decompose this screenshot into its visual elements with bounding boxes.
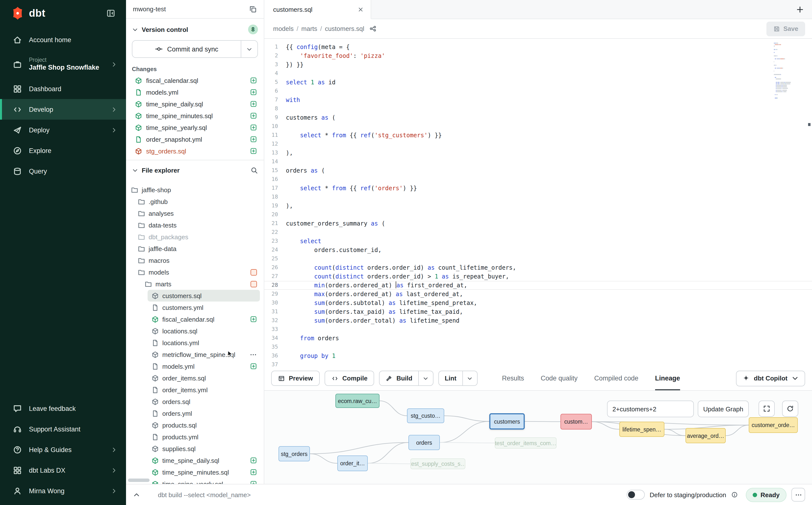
view-tab-results[interactable]: Results bbox=[502, 366, 524, 390]
tree-item-marts[interactable]: marts bbox=[126, 278, 264, 290]
tree-item-customers-sql[interactable]: customers.sql bbox=[126, 290, 264, 302]
lineage-node-customer-orde[interactable]: customer_orde… bbox=[749, 417, 798, 433]
stage-file-icon[interactable] bbox=[250, 124, 257, 131]
lineage-node-orders[interactable]: orders bbox=[409, 435, 440, 450]
tree-item-orders-yml[interactable]: orders.yml bbox=[126, 407, 264, 419]
tree-item-metricflow-time-spine-sql[interactable]: metricflow_time_spine.sql bbox=[126, 349, 264, 360]
code-line-1[interactable]: 1{{ config(meta = { bbox=[264, 43, 812, 51]
build-button[interactable]: Build bbox=[380, 371, 418, 385]
breadcrumb-item-customers-sql[interactable]: customers.sql bbox=[325, 25, 364, 32]
sidebar-item-support-assistant[interactable]: Support Assistant bbox=[0, 419, 126, 439]
fullscreen-button[interactable] bbox=[759, 400, 775, 417]
breadcrumb-item-marts[interactable]: marts bbox=[301, 25, 317, 32]
tree-item-products-yml[interactable]: products.yml bbox=[126, 431, 264, 443]
tree-item-time-spine-minutes-sql[interactable]: time_spine_minutes.sql bbox=[126, 466, 264, 478]
code-line-16[interactable]: 16 bbox=[264, 175, 812, 184]
tree-item-order-items-yml[interactable]: order_items.yml bbox=[126, 384, 264, 396]
stage-file-icon[interactable] bbox=[250, 481, 257, 484]
breadcrumb-item-models[interactable]: models bbox=[273, 25, 294, 32]
expand-command-bar-button[interactable] bbox=[133, 491, 140, 498]
code-line-21[interactable]: 21customer_orders_summary as ( bbox=[264, 219, 812, 228]
tree-item-products-sql[interactable]: products.sql bbox=[126, 419, 264, 431]
stage-file-icon[interactable] bbox=[250, 89, 257, 96]
stage-file-icon[interactable] bbox=[250, 101, 257, 107]
change-item-time-spine-minutes-sql[interactable]: time_spine_minutes.sql bbox=[132, 110, 258, 122]
sidebar-item-account-home[interactable]: Account home bbox=[0, 29, 126, 50]
info-icon[interactable] bbox=[731, 491, 738, 498]
code-line-25[interactable]: 25 bbox=[264, 255, 812, 263]
code-line-17[interactable]: 17 select * from {{ ref('orders') }} bbox=[264, 184, 812, 193]
sidebar-item-develop[interactable]: Develop bbox=[0, 99, 126, 120]
stage-file-icon[interactable] bbox=[250, 457, 257, 464]
code-line-37[interactable]: 37 bbox=[264, 360, 812, 366]
stage-file-icon[interactable] bbox=[250, 112, 257, 119]
copy-branch-icon[interactable] bbox=[249, 5, 257, 13]
tree-item-github[interactable]: .github bbox=[126, 196, 264, 207]
code-line-33[interactable]: 33 bbox=[264, 325, 812, 334]
tree-item-dbt-packages[interactable]: dbt_packages bbox=[126, 231, 264, 243]
code-line-2[interactable]: 2 'favorite_food': 'pizza' bbox=[264, 51, 812, 60]
lint-options-button[interactable] bbox=[462, 371, 477, 385]
code-line-11[interactable]: 11 select * from {{ ref('stg_customers')… bbox=[264, 131, 812, 140]
view-tab-code-quality[interactable]: Code quality bbox=[541, 366, 578, 390]
sidebar-item-deploy[interactable]: Deploy bbox=[0, 120, 126, 140]
sidebar-item-project[interactable]: ProjectJaffle Shop Snowflake bbox=[0, 50, 126, 78]
preview-button[interactable]: Preview bbox=[271, 371, 320, 386]
sidebar-collapse-icon[interactable] bbox=[107, 9, 115, 18]
new-tab-button[interactable] bbox=[796, 5, 804, 13]
code-line-3[interactable]: 3}) }} bbox=[264, 60, 812, 69]
code-line-6[interactable]: 6 bbox=[264, 87, 812, 96]
lint-button[interactable]: Lint bbox=[439, 371, 462, 385]
tree-item-locations-sql[interactable]: locations.sql bbox=[126, 325, 264, 337]
code-line-18[interactable]: 18 bbox=[264, 193, 812, 201]
code-line-20[interactable]: 20 bbox=[264, 210, 812, 219]
code-line-30[interactable]: 30 sum(orders.subtotal) as lifetime_spen… bbox=[264, 299, 812, 307]
code-line-36[interactable]: 36 group by 1 bbox=[264, 352, 812, 360]
lineage-icon[interactable] bbox=[369, 25, 376, 32]
code-line-35[interactable]: 35 bbox=[264, 343, 812, 352]
lineage-node-ecom-raw-cu[interactable]: ecom.raw_cu… bbox=[335, 394, 379, 408]
lineage-node-test-order-items-com[interactable]: test_order_items_com… bbox=[495, 437, 556, 449]
code-lines[interactable]: 1{{ config(meta = {2 'favorite_food': 'p… bbox=[264, 39, 812, 366]
close-tab-icon[interactable] bbox=[357, 6, 364, 12]
lineage-node-test-supply-costs-s[interactable]: test_supply_costs_s… bbox=[411, 459, 465, 469]
command-input[interactable]: dbt build --select <model_name> bbox=[158, 491, 251, 498]
tree-item-fiscal-calendar-sql[interactable]: fiscal_calendar.sql bbox=[126, 313, 264, 325]
code-line-13[interactable]: 13), bbox=[264, 149, 812, 157]
code-line-5[interactable]: 5select 1 as id bbox=[264, 78, 812, 87]
code-line-34[interactable]: 34 from orders bbox=[264, 334, 812, 343]
compile-button[interactable]: Compile bbox=[325, 371, 374, 386]
sidebar-item-user[interactable]: Mirna Wong bbox=[0, 481, 126, 501]
stage-file-icon[interactable] bbox=[250, 148, 257, 154]
tree-item-jaffle-data[interactable]: jaffle-data bbox=[126, 243, 264, 255]
code-line-9[interactable]: 9customers as ( bbox=[264, 113, 812, 122]
code-line-10[interactable]: 10 bbox=[264, 122, 812, 131]
code-line-14[interactable]: 14 bbox=[264, 157, 812, 166]
code-line-8[interactable]: 8 bbox=[264, 105, 812, 113]
tree-item-data-tests[interactable]: data-tests bbox=[126, 219, 264, 231]
tree-item-supplies-sql[interactable]: supplies.sql bbox=[126, 443, 264, 455]
code-line-4[interactable]: 4 bbox=[264, 69, 812, 78]
code-line-15[interactable]: 15orders as ( bbox=[264, 166, 812, 175]
sidebar-item-dashboard[interactable]: Dashboard bbox=[0, 78, 126, 99]
tree-item-macros[interactable]: macros bbox=[126, 255, 264, 266]
lineage-node-stg-orders[interactable]: stg_orders bbox=[279, 446, 310, 461]
search-icon[interactable] bbox=[251, 166, 258, 174]
sidebar-item-help-guides[interactable]: Help & Guides bbox=[0, 439, 126, 460]
lineage-selector-input[interactable] bbox=[607, 400, 694, 417]
tree-item-order-items-sql[interactable]: order_items.sql bbox=[126, 372, 264, 384]
tree-item-models[interactable]: models bbox=[126, 266, 264, 278]
change-item-fiscal-calendar-sql[interactable]: fiscal_calendar.sql bbox=[132, 74, 258, 86]
horizontal-scrollbar[interactable] bbox=[128, 479, 150, 482]
lineage-node-lifetime-spen[interactable]: lifetime_spen… bbox=[619, 422, 664, 437]
code-line-31[interactable]: 31 sum(orders.tax_paid) as lifetime_tax_… bbox=[264, 307, 812, 316]
tree-item-models-yml[interactable]: models.yml bbox=[126, 360, 264, 372]
code-line-23[interactable]: 23 select bbox=[264, 237, 812, 245]
tree-item-analyses[interactable]: analyses bbox=[126, 207, 264, 219]
sidebar-item-leave-feedback[interactable]: Leave feedback bbox=[0, 398, 126, 419]
tree-item-jaffle-shop[interactable]: jaffle-shop bbox=[126, 184, 264, 196]
code-line-19[interactable]: 19), bbox=[264, 201, 812, 210]
code-editor[interactable]: 1{{ config(meta = {2 'favorite_food': 'p… bbox=[264, 39, 812, 366]
tree-item-time-spine-daily-sql[interactable]: time_spine_daily.sql bbox=[126, 455, 264, 466]
tree-item-orders-sql[interactable]: orders.sql bbox=[126, 396, 264, 407]
